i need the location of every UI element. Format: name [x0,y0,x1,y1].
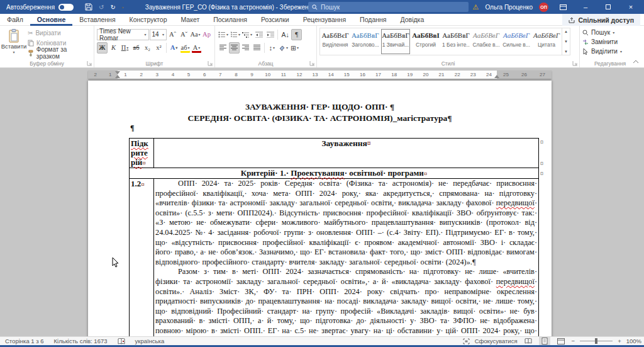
style-card-6[interactable]: АаБбВвГСлабке в... [472,29,501,54]
warning-icon[interactable]: ⚠ [473,3,479,11]
right-indent-marker[interactable] [494,75,499,78]
restore-button[interactable] [600,0,616,14]
tab-references[interactable]: Посилання [206,14,254,26]
paragraph-dialog-launcher-icon[interactable] [309,60,315,66]
tab-insert[interactable]: Вставлення [72,14,122,26]
strikethrough-button[interactable]: аб [131,42,142,54]
style-card-8[interactable]: АаБбВвГЦитата [532,29,561,54]
justify-button[interactable] [252,42,262,54]
subscript-button[interactable]: х₂ [142,42,153,54]
close-button[interactable]: × [623,0,639,14]
ribbon-display-options-icon[interactable] [555,0,571,14]
cell-paragraphs[interactable]: ОПП· 2024· та· 2025· років· Середня· осв… [154,179,539,337]
align-center-button[interactable] [229,42,240,54]
numbered-list-button[interactable]: ▾ [230,29,241,40]
zoom-in-button[interactable]: + [618,338,621,344]
shrink-font-button[interactable]: Аˇ [179,29,189,40]
multilevel-list-button[interactable]: ▾ [242,29,253,40]
cut-button[interactable]: ✂ Вирізати [28,28,91,38]
bullet-list-button[interactable]: ▾ [218,29,229,40]
bold-button[interactable]: Ж [97,42,108,54]
minimize-button[interactable]: – [577,0,594,14]
underline-button[interactable]: П▾ [119,42,130,54]
text-effects-button[interactable]: А▾ [169,42,179,54]
style-card-4[interactable]: АаБбВвІСтрогий [411,29,440,54]
print-layout-button[interactable] [539,337,550,345]
styles-dialog-launcher-icon[interactable] [572,60,578,66]
clipboard-dialog-launcher-icon[interactable] [87,60,92,66]
avatar[interactable]: ОП [539,3,548,12]
style-card-1[interactable]: АаБбВєГВиділення [321,29,350,54]
subcriterion-cell[interactable]: 1.2¤ [130,179,154,337]
language-indicator[interactable]: українська [135,338,165,344]
search-box[interactable] [308,2,469,12]
focus-button[interactable]: Сфокусуватися [475,338,518,344]
increase-indent-button[interactable] [265,29,275,40]
line-spacing-button[interactable]: ↕▾ [267,42,277,54]
decrease-indent-button[interactable] [253,29,264,40]
align-left-button[interactable] [218,42,228,54]
tab-help[interactable]: Довідка [394,14,431,26]
share-button[interactable]: Спільний доступ [562,14,640,26]
styles-expand-icon[interactable]: ▼ [564,50,568,54]
body-paragraph[interactable]: Разом· з· тим· в· меті· ОПП· 2024· зазна… [155,267,537,336]
header-cell-remarks[interactable]: Зауваження¤ [154,139,539,168]
style-card-5[interactable]: АаБбВвГ1 Без інте... [441,29,470,54]
tab-layout[interactable]: Макет [174,14,206,26]
first-line-indent-marker[interactable] [115,71,120,74]
tab-mailings[interactable]: Розсилки [254,14,296,26]
zoom-slider-thumb[interactable] [595,338,597,344]
zoom-out-button[interactable]: − [572,338,575,344]
search-input[interactable] [321,4,447,11]
tab-design[interactable]: Конструктор [123,14,174,26]
proofing-errors-icon[interactable] [118,338,125,344]
find-button[interactable]: Пошук ▾ [582,28,638,37]
select-button[interactable]: Виділити ▾ [582,47,638,56]
zoom-slider[interactable] [580,341,613,341]
tab-file[interactable]: Файл [0,14,30,26]
style-card-2[interactable]: АаБбВвГ:Заголово... [351,29,380,54]
styles-up-icon[interactable]: ▲ [564,30,568,33]
criterion-cell[interactable]: Критерій· 1.· Проектування· освітньої· п… [130,168,539,179]
hanging-indent-marker[interactable] [115,75,120,78]
show-formatting-button[interactable]: ¶ [291,29,302,40]
font-size-select[interactable]: 14 ▾ [150,29,167,40]
body-paragraph[interactable]: ОПП· 2024· та· 2025· років· Середня· осв… [155,179,537,267]
highlight-button[interactable]: аб▾ [180,42,191,54]
collapse-ribbon-icon[interactable] [633,59,639,65]
zoom-level[interactable]: 100% [626,338,641,344]
font-color-button[interactable]: А▾ [191,42,202,54]
grow-font-button[interactable]: Аˆ [167,29,178,40]
word-count[interactable]: Кількість слів: 1673 [54,338,108,344]
style-card-3[interactable]: АаБбВвГ1 Звичай... [381,29,410,54]
redo-icon[interactable]: ↻ [110,4,115,11]
tab-home[interactable]: Основне [30,14,72,26]
sort-button[interactable]: А↓ [280,29,291,40]
font-family-select[interactable]: Times New Romar ▾ [97,29,149,40]
shading-button[interactable]: ▾ [278,42,289,54]
find-label: Пошук [591,29,610,36]
replace-button[interactable]: Замінити [582,37,638,47]
change-case-button[interactable]: Аа▾ [190,29,201,40]
save-icon[interactable] [85,3,92,11]
read-mode-button[interactable] [523,337,534,345]
web-layout-button[interactable] [555,337,567,345]
tab-review[interactable]: Рецензування [296,14,353,26]
undo-icon[interactable]: ↺ [99,4,104,11]
document-page[interactable]: ЗАУВАЖЕННЯ· ГЕР· ЩОДО· ОПП· ¶ СЕРЕДНЯ· О… [88,81,552,336]
italic-button[interactable]: К [108,42,119,54]
qat-more-icon[interactable]: ▾ [122,5,124,9]
header-cell-subcriterion[interactable]: Підкритерій¤ [130,139,154,168]
superscript-button[interactable]: х² [153,42,164,54]
user-name[interactable]: Ольга Проценко [485,4,533,11]
borders-button[interactable]: ⊞▾ [289,42,300,54]
autosave-toggle[interactable] [58,4,74,11]
format-painter-button[interactable]: Формат за зразком [28,48,91,58]
page-indicator[interactable]: Сторінка 1 з 6 [5,338,44,344]
align-right-button[interactable] [240,42,251,54]
tab-view[interactable]: Подання [353,14,393,26]
style-card-7[interactable]: АаБбВвГСильне в... [502,29,531,54]
clear-formatting-button[interactable]: Ар [201,29,212,40]
styles-down-icon[interactable]: ▼ [564,40,568,43]
font-dialog-launcher-icon[interactable] [208,60,213,66]
